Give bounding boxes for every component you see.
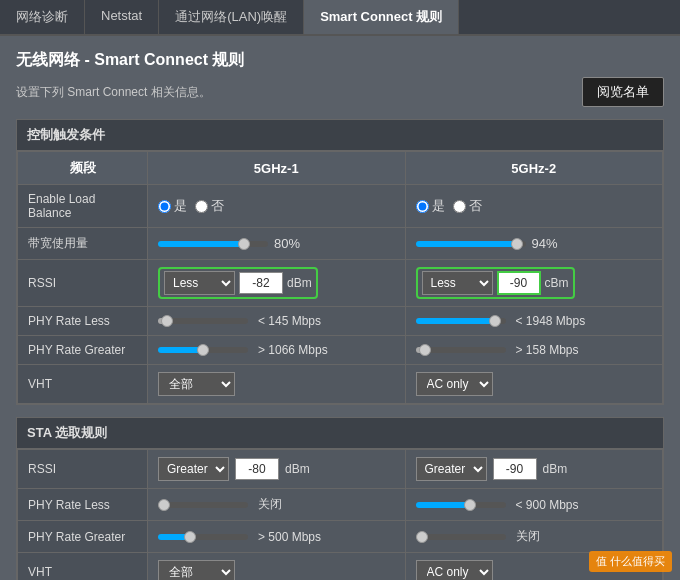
radio-no-label-5g1: 否 <box>211 197 224 215</box>
phy-greater-5g2-text: > 158 Mbps <box>516 343 579 357</box>
sta-rssi-5g2-cell: Less Greater dBm <box>405 450 663 489</box>
row-label-load-balance: Enable Load Balance <box>18 185 148 228</box>
radio-input-no-5g2[interactable] <box>453 200 466 213</box>
row-label-rssi: RSSI <box>18 260 148 307</box>
phy-greater-5g1-text: > 1066 Mbps <box>258 343 328 357</box>
slider-sta-phy-less-5g2[interactable] <box>416 502 506 508</box>
sta-vht-5g1-cell: 全部 AC only <box>148 553 406 581</box>
sta-section: STA 选取规则 RSSI Less Greater dBm <box>16 417 664 580</box>
page-title: 无线网络 - Smart Connect 规则 <box>16 50 664 71</box>
sta-rssi-5g2-unit: dBm <box>543 462 568 476</box>
table-row: VHT 全部 AC only 全部 AC only <box>18 365 663 404</box>
sta-phy-greater-5g1-row: > 500 Mbps <box>158 530 395 544</box>
sta-rssi-5g1-value-input[interactable] <box>235 458 279 480</box>
slider-phy-less-5g2[interactable] <box>416 318 506 324</box>
phy-less-5g2-row: < 1948 Mbps <box>416 314 653 328</box>
table-row: PHY Rate Less < 145 Mbps <box>18 307 663 336</box>
radio-no-5g1[interactable]: 否 <box>195 197 224 215</box>
watermark: 值 什么值得买 <box>589 551 672 572</box>
slider-sta-phy-greater-5g1[interactable] <box>158 534 248 540</box>
sta-phy-less-5g2-cell: < 900 Mbps <box>405 489 663 521</box>
slider-track-bw-5g1[interactable] <box>158 241 268 247</box>
phy-less-5g2-cell: < 1948 Mbps <box>405 307 663 336</box>
load-balance-5g1-radios: 是 否 <box>158 197 395 215</box>
sta-rssi-5g2-mode-select[interactable]: Less Greater <box>416 457 487 481</box>
radio-no-5g2[interactable]: 否 <box>453 197 482 215</box>
slider-track-bw-5g2[interactable] <box>416 241 526 247</box>
table-row: Enable Load Balance 是 否 <box>18 185 663 228</box>
sta-rssi-5g2-value-input[interactable] <box>493 458 537 480</box>
tab-netstat[interactable]: Netstat <box>85 0 159 34</box>
sta-row-label-phy-less: PHY Rate Less <box>18 489 148 521</box>
slider-phy-less-5g1[interactable] <box>158 318 248 324</box>
sta-section-header: STA 选取规则 <box>17 418 663 449</box>
sta-rssi-5g1-unit: dBm <box>285 462 310 476</box>
table-row: PHY Rate Greater > 1066 Mbps <box>18 336 663 365</box>
table-row: 带宽使用量 80% <box>18 228 663 260</box>
radio-yes-5g1[interactable]: 是 <box>158 197 187 215</box>
bandwidth-5g2-cell: 94% <box>405 228 663 260</box>
rssi-5g1-value-input[interactable] <box>239 272 283 294</box>
sta-phy-greater-5g2-cell: 关闭 <box>405 521 663 553</box>
phy-greater-5g2-cell: > 158 Mbps <box>405 336 663 365</box>
radio-input-yes-5g2[interactable] <box>416 200 429 213</box>
radio-input-no-5g1[interactable] <box>195 200 208 213</box>
sta-vht-5g2-select[interactable]: 全部 AC only <box>416 560 493 580</box>
row-label-vht: VHT <box>18 365 148 404</box>
radio-yes-label-5g2: 是 <box>432 197 445 215</box>
radio-no-label-5g2: 否 <box>469 197 482 215</box>
sta-rssi-5g1-mode-select[interactable]: Less Greater <box>158 457 229 481</box>
col-5g1-header: 5GHz-1 <box>148 152 406 185</box>
rssi-5g1-mode-select[interactable]: Less Greater <box>164 271 235 295</box>
sta-phy-greater-5g1-cell: > 500 Mbps <box>148 521 406 553</box>
load-balance-5g1-cell: 是 否 <box>148 185 406 228</box>
row-label-phy-greater: PHY Rate Greater <box>18 336 148 365</box>
table-row: RSSI Less Greater dBm <box>18 450 663 489</box>
table-row: VHT 全部 AC only 全部 AC only <box>18 553 663 581</box>
sta-phy-greater-5g2-text: 关闭 <box>516 528 540 545</box>
rssi-5g1-cell: Less Greater dBm <box>148 260 406 307</box>
control-table: 频段 5GHz-1 5GHz-2 Enable Load Balance 是 <box>17 151 663 404</box>
load-balance-5g2-radios: 是 否 <box>416 197 653 215</box>
sta-phy-less-5g2-row: < 900 Mbps <box>416 498 653 512</box>
rssi-5g2-mode-select[interactable]: Less Greater <box>422 271 493 295</box>
sta-table: RSSI Less Greater dBm <box>17 449 663 580</box>
page-subtitle: 设置下列 Smart Connect 相关信息。 阅览名单 <box>16 77 664 107</box>
sta-phy-less-5g1-cell: 关闭 <box>148 489 406 521</box>
load-balance-5g2-cell: 是 否 <box>405 185 663 228</box>
phy-less-5g1-text: < 145 Mbps <box>258 314 321 328</box>
radio-yes-label-5g1: 是 <box>174 197 187 215</box>
tab-smart-connect[interactable]: Smart Connect 规则 <box>304 0 459 34</box>
row-label-bandwidth: 带宽使用量 <box>18 228 148 260</box>
vht-5g2-cell: 全部 AC only <box>405 365 663 404</box>
sta-phy-less-5g1-row: 关闭 <box>158 496 395 513</box>
sta-phy-greater-5g1-text: > 500 Mbps <box>258 530 321 544</box>
tab-network-diag[interactable]: 网络诊断 <box>0 0 85 34</box>
vht-5g1-select[interactable]: 全部 AC only <box>158 372 235 396</box>
radio-input-yes-5g1[interactable] <box>158 200 171 213</box>
phy-less-5g2-text: < 1948 Mbps <box>516 314 586 328</box>
phy-less-5g1-cell: < 145 Mbps <box>148 307 406 336</box>
tab-lan-wakeup[interactable]: 通过网络(LAN)唤醒 <box>159 0 304 34</box>
phy-greater-5g1-row: > 1066 Mbps <box>158 343 395 357</box>
page-content: 无线网络 - Smart Connect 规则 设置下列 Smart Conne… <box>0 36 680 580</box>
rssi-5g2-value-input[interactable] <box>497 271 541 295</box>
subtitle-text: 设置下列 Smart Connect 相关信息。 <box>16 84 211 101</box>
bandwidth-5g1-cell: 80% <box>148 228 406 260</box>
rssi-5g1-highlight: Less Greater dBm <box>158 267 318 299</box>
radio-yes-5g2[interactable]: 是 <box>416 197 445 215</box>
table-row: PHY Rate Less 关闭 <box>18 489 663 521</box>
rssi-5g2-highlight: Less Greater cBm <box>416 267 575 299</box>
table-row: RSSI Less Greater dBm <box>18 260 663 307</box>
phy-greater-5g1-cell: > 1066 Mbps <box>148 336 406 365</box>
slider-phy-greater-5g2[interactable] <box>416 347 506 353</box>
bandwidth-5g2-value: 94% <box>532 236 558 251</box>
slider-phy-greater-5g1[interactable] <box>158 347 248 353</box>
slider-sta-phy-greater-5g2[interactable] <box>416 534 506 540</box>
vht-5g2-select[interactable]: 全部 AC only <box>416 372 493 396</box>
slider-sta-phy-less-5g1[interactable] <box>158 502 248 508</box>
browse-button[interactable]: 阅览名单 <box>582 77 664 107</box>
table-row: PHY Rate Greater > 500 Mbps <box>18 521 663 553</box>
col-5g2-header: 5GHz-2 <box>405 152 663 185</box>
sta-vht-5g1-select[interactable]: 全部 AC only <box>158 560 235 580</box>
